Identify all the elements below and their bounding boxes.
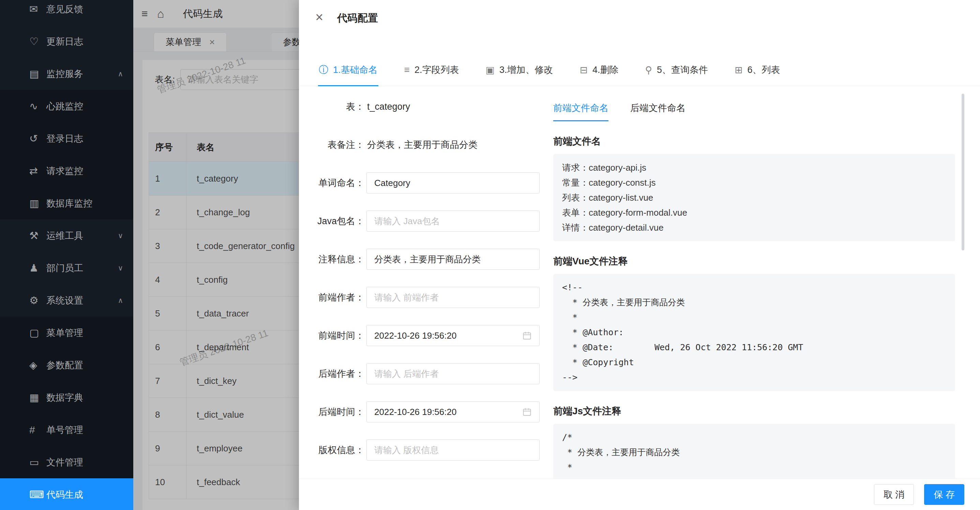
sidebar-item-label: 单号管理: [46, 424, 123, 436]
sidebar-item[interactable]: ⚒ 运维工具 ∨: [0, 219, 133, 252]
chevron-icon: ∧: [118, 296, 123, 305]
code-line: * 分类表，主要用于商品分类: [562, 295, 946, 310]
sidebar-item[interactable]: ∿ 心跳监控: [0, 90, 133, 122]
field-input[interactable]: Category: [366, 172, 539, 194]
field-label: 单词命名：: [299, 177, 364, 189]
config-step-tab[interactable]: ⓘ 1.基础命名: [319, 54, 378, 86]
ops-tools-icon: ⚒: [29, 230, 46, 241]
sidebar-item[interactable]: ▥ 数据库监控: [0, 187, 133, 219]
drawer-body: 表： t_category 表备注： 分类表，主要用于商品分类 单词命名： Ca…: [299, 86, 980, 479]
sidebar-item[interactable]: ▦ 数据字典: [0, 381, 133, 413]
sidebar-item[interactable]: ⚙ 系统设置 ∧: [0, 284, 133, 316]
table-label: 表：: [299, 100, 364, 113]
step-label: 2.字段列表: [415, 64, 459, 76]
sidebar-item-label: 意见反馈: [46, 3, 123, 15]
code-line: * @Date: Wed, 26 Oct 2022 11:56:20 GMT: [562, 340, 946, 355]
sidebar-item-label: 系统设置: [46, 294, 118, 307]
monitor-service-icon: ▤: [29, 68, 46, 80]
config-step-tab[interactable]: ⚲ 5、查询条件: [645, 54, 708, 86]
config-step-tab[interactable]: ⊟ 4.删除: [579, 54, 618, 86]
heart-icon: ♡: [29, 35, 46, 48]
field-value: 2022-10-26 19:56:20: [374, 330, 457, 341]
step-label: 5、查询条件: [657, 64, 708, 76]
field-value: 分类表，主要用于商品分类: [374, 253, 480, 265]
section-heading: 前端Vue文件注释: [553, 255, 955, 268]
form-field-row: 后端时间： 2022-10-26 19:56:20: [299, 402, 553, 422]
cancel-button[interactable]: 取 消: [874, 484, 914, 505]
code-config-drawer: × 代码配置 ⓘ 1.基础命名 ≡ 2.字段列表 ▣ 3.增加、修改: [299, 0, 980, 510]
field-label: Java包名：: [299, 215, 364, 227]
file-name-line: 请求：category-api.js: [562, 160, 946, 175]
field-label: 后端时间：: [299, 406, 364, 418]
config-step-tab[interactable]: ⊞ 6、列表: [735, 54, 780, 86]
heartbeat-icon: ∿: [29, 100, 46, 112]
table-comment-label: 表备注：: [299, 139, 364, 151]
field-input[interactable]: 请输入 前端作者: [366, 287, 539, 308]
tab-backend-file-naming[interactable]: 后端文件命名: [630, 102, 686, 121]
js-comment-box: /* * 分类表，主要用于商品分类 * * @Author:: [553, 424, 955, 479]
sidebar-item-label: 部门员工: [46, 262, 118, 274]
tab-frontend-file-naming[interactable]: 前端文件命名: [553, 102, 608, 121]
file-name-line: 列表：category-list.vue: [562, 190, 946, 205]
sidebar-item[interactable]: ♡ 更新日志: [0, 25, 133, 57]
code-line: *: [562, 460, 946, 475]
sidebar-item[interactable]: ✉ 意见反馈: [0, 0, 133, 25]
menu-manage-icon: ▢: [29, 327, 46, 338]
file-names-box: 请求：category-api.js常量：category-const.js列表…: [553, 154, 955, 241]
form-field-row: 版权信息： 请输入 版权信息: [299, 440, 553, 460]
drawer-scrollbar-thumb[interactable]: [962, 94, 964, 250]
code-line: *: [562, 310, 946, 325]
field-input[interactable]: 2022-10-26 19:56:20: [366, 401, 539, 423]
field-input[interactable]: 请输入 后端作者: [366, 363, 539, 384]
section-frontend-js-comment: 前端Js文件注释 /* * 分类表，主要用于商品分类 * * @Author:: [553, 405, 955, 479]
chevron-icon: ∨: [118, 232, 123, 240]
save-icon: ▣: [485, 64, 494, 76]
sidebar-item[interactable]: ⇄ 请求监控: [0, 155, 133, 187]
section-heading: 前端Js文件注释: [553, 405, 955, 418]
param-config-icon: ◈: [29, 359, 46, 371]
file-name-line: 常量：category-const.js: [562, 175, 946, 190]
sidebar-item-label: 代码生成: [46, 489, 123, 501]
form-field-row: 单词命名： Category: [299, 173, 553, 193]
sidebar-item[interactable]: ↺ 登录日志: [0, 122, 133, 155]
field-label: 注释信息：: [299, 253, 364, 265]
step-label: 6、列表: [747, 64, 780, 76]
field-placeholder: 请输入 后端作者: [374, 368, 439, 380]
config-step-tab[interactable]: ▣ 3.增加、修改: [485, 54, 553, 86]
sidebar-item[interactable]: ▭ 文件管理: [0, 446, 133, 478]
sidebar-item-label: 监控服务: [46, 68, 118, 80]
team-icon: ♟: [29, 262, 46, 274]
drawer-footer: 取 消 保 存: [299, 479, 980, 510]
sidebar-item[interactable]: ▤ 监控服务 ∧: [0, 57, 133, 90]
step-label: 1.基础命名: [333, 64, 378, 76]
form-field-row: 注释信息： 分类表，主要用于商品分类: [299, 249, 553, 270]
trash-icon: ⊟: [579, 64, 587, 76]
basic-naming-form: 表： t_category 表备注： 分类表，主要用于商品分类 单词命名： Ca…: [299, 86, 553, 478]
sidebar-item[interactable]: ⌨ 代码生成: [0, 478, 133, 510]
field-value: Category: [374, 178, 410, 188]
file-search-icon: ⚲: [645, 64, 652, 76]
code-generate-icon: ⌨: [29, 489, 46, 500]
form-field-row: 前端时间： 2022-10-26 19:56:20: [299, 325, 553, 346]
field-input[interactable]: 分类表，主要用于商品分类: [366, 249, 539, 270]
close-icon[interactable]: ×: [315, 10, 323, 24]
code-line: -->: [562, 370, 946, 385]
field-input[interactable]: 请输入 Java包名: [366, 211, 539, 232]
chevron-icon: ∨: [118, 264, 123, 272]
file-naming-panel: 前端文件命名 后端文件命名 前端文件名 请求：category-api.js常量…: [553, 86, 955, 479]
sidebar-item[interactable]: # 单号管理: [0, 413, 133, 446]
field-placeholder: 请输入 前端作者: [374, 292, 439, 303]
sidebar-item-label: 登录日志: [46, 132, 123, 145]
config-step-tab[interactable]: ≡ 2.字段列表: [404, 54, 459, 86]
sidebar-item[interactable]: ▢ 菜单管理: [0, 316, 133, 349]
drawer-title: 代码配置: [337, 11, 378, 25]
sidebar-item[interactable]: ◈ 参数配置: [0, 349, 133, 381]
sidebar-item-label: 数据库监控: [46, 197, 123, 210]
section-frontend-vue-comment: 前端Vue文件注释 <!-- * 分类表，主要用于商品分类 * * @Autho…: [553, 255, 955, 391]
field-input[interactable]: 请输入 版权信息: [366, 440, 539, 461]
save-button[interactable]: 保 存: [924, 484, 964, 505]
login-log-icon: ↺: [29, 132, 46, 145]
form-row-table: 表： t_category: [299, 97, 553, 117]
field-input[interactable]: 2022-10-26 19:56:20: [366, 325, 539, 346]
sidebar-item[interactable]: ♟ 部门员工 ∨: [0, 252, 133, 284]
